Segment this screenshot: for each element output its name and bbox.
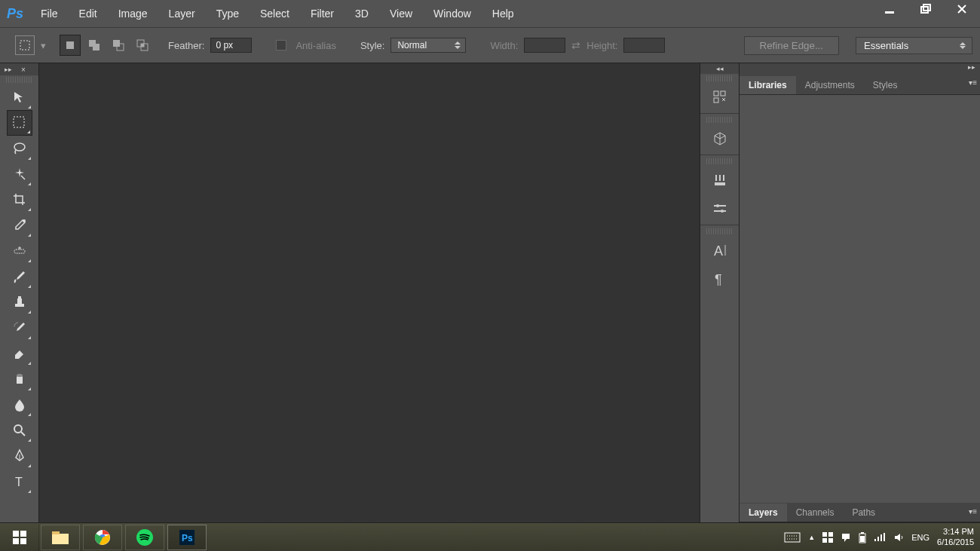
action-center-tray-icon[interactable]	[841, 532, 851, 543]
svg-rect-6	[93, 44, 100, 51]
menu-type[interactable]: Type	[206, 0, 250, 27]
tools-close-icon[interactable]: ×	[21, 66, 26, 74]
spotify-taskbar-icon[interactable]	[125, 525, 164, 550]
crop-tool[interactable]	[7, 187, 32, 213]
grip-icon[interactable]	[706, 75, 733, 81]
zoom-tool[interactable]	[7, 418, 32, 443]
history-panel-icon[interactable]	[706, 83, 734, 112]
magic-wand-tool[interactable]	[7, 161, 32, 187]
workspace-select[interactable]: Essentials	[856, 37, 972, 54]
wifi-tray-icon[interactable]	[874, 533, 886, 542]
chrome-taskbar-icon[interactable]	[83, 525, 122, 550]
type-tool[interactable]: T	[7, 469, 32, 494]
menu-file[interactable]: File	[30, 0, 69, 27]
libraries-panel-body[interactable]	[740, 95, 980, 503]
canvas-area[interactable]	[39, 63, 700, 522]
svg-rect-19	[18, 296, 21, 298]
windows-taskbar: Ps ▲ ENG 3:14 PM 6/16/2015	[0, 522, 980, 551]
blur-tool[interactable]	[7, 392, 32, 418]
svg-rect-38	[13, 538, 19, 544]
photoshop-taskbar-icon[interactable]: Ps	[167, 525, 207, 550]
dock-collapse-icon[interactable]: ◂◂	[700, 63, 739, 74]
svg-rect-55	[861, 532, 864, 534]
add-selection-button[interactable]	[84, 35, 105, 56]
menu-help[interactable]: Help	[482, 0, 525, 27]
current-tool-icon[interactable]	[15, 35, 35, 55]
svg-rect-17	[15, 304, 24, 307]
svg-rect-60	[884, 533, 885, 541]
tools-collapse-icon[interactable]: ▸▸	[5, 66, 12, 73]
adjustments-tab[interactable]: Adjustments	[796, 76, 864, 94]
window-restore-button[interactable]	[908, 0, 944, 18]
eyedropper-tool[interactable]	[7, 213, 32, 238]
lasso-tool[interactable]	[7, 136, 32, 161]
refine-edge-button[interactable]: Refine Edge...	[744, 36, 839, 55]
svg-rect-40	[52, 534, 69, 544]
height-input	[623, 38, 665, 53]
start-button[interactable]	[0, 524, 39, 551]
subtract-selection-button[interactable]	[108, 35, 129, 56]
clock[interactable]: 3:14 PM 6/16/2015	[937, 527, 974, 546]
language-indicator[interactable]: ENG	[911, 533, 929, 542]
feather-input[interactable]	[210, 38, 252, 53]
volume-tray-icon[interactable]	[893, 532, 904, 543]
intersect-selection-button[interactable]	[132, 35, 153, 56]
window-close-button[interactable]	[944, 0, 980, 18]
file-explorer-taskbar-icon[interactable]	[41, 525, 80, 550]
history-brush-tool[interactable]	[7, 315, 32, 341]
system-tray: ▲ ENG 3:14 PM 6/16/2015	[784, 527, 980, 546]
svg-text:T: T	[15, 476, 23, 488]
menu-window[interactable]: Window	[423, 0, 482, 27]
feather-label: Feather:	[168, 40, 204, 51]
svg-rect-50	[822, 532, 827, 537]
svg-point-32	[721, 210, 724, 213]
keyboard-tray-icon[interactable]	[784, 532, 801, 543]
brushes-panel-icon[interactable]	[706, 166, 734, 194]
brush-tool[interactable]	[7, 264, 32, 289]
paths-tab[interactable]: Paths	[843, 504, 884, 522]
window-minimize-button[interactable]	[871, 0, 908, 18]
windows-tray-icon[interactable]	[822, 532, 833, 543]
menu-layer[interactable]: Layer	[158, 0, 206, 27]
layers-tab[interactable]: Layers	[740, 504, 787, 522]
libraries-tab[interactable]: Libraries	[740, 76, 796, 94]
gradient-tool[interactable]	[7, 366, 32, 392]
style-select[interactable]: Normal	[390, 38, 466, 53]
pen-tool[interactable]	[7, 443, 32, 469]
paragraph-panel-icon[interactable]: ¶	[706, 265, 734, 293]
svg-rect-3	[20, 41, 29, 50]
svg-point-13	[14, 143, 25, 151]
panel-menu-icon[interactable]: ▾≡	[969, 507, 977, 516]
menu-3d[interactable]: 3D	[345, 0, 379, 27]
new-selection-button[interactable]	[60, 35, 81, 56]
app-logo-icon: Ps	[0, 0, 30, 27]
grip-icon[interactable]	[6, 77, 32, 83]
clone-stamp-tool[interactable]	[7, 289, 32, 315]
menu-view[interactable]: View	[379, 0, 423, 27]
panels-collapse-icon[interactable]: ▸▸	[740, 63, 980, 74]
eraser-tool[interactable]	[7, 341, 32, 366]
move-tool[interactable]	[7, 84, 32, 110]
svg-rect-37	[20, 531, 26, 537]
menu-edit[interactable]: Edit	[69, 0, 108, 27]
grip-icon[interactable]	[706, 228, 733, 234]
channels-tab[interactable]: Channels	[787, 504, 844, 522]
dropdown-arrow-icon[interactable]: ▾	[41, 40, 46, 51]
menu-filter[interactable]: Filter	[300, 0, 345, 27]
grip-icon[interactable]	[706, 117, 733, 123]
tray-overflow-icon[interactable]: ▲	[808, 534, 815, 541]
healing-brush-tool[interactable]	[7, 238, 32, 264]
svg-rect-52	[822, 538, 827, 543]
panel-menu-icon[interactable]: ▾≡	[969, 78, 977, 87]
3d-panel-icon[interactable]	[706, 124, 734, 153]
collapsed-panel-dock: ◂◂ A ¶	[700, 63, 739, 522]
styles-tab[interactable]: Styles	[864, 76, 907, 94]
marquee-tool[interactable]	[7, 110, 32, 136]
grip-icon[interactable]	[706, 158, 733, 164]
character-panel-icon[interactable]: A	[706, 236, 734, 265]
battery-tray-icon[interactable]	[859, 531, 866, 543]
menu-select[interactable]: Select	[250, 0, 300, 27]
brush-presets-panel-icon[interactable]	[706, 194, 734, 223]
menu-image[interactable]: Image	[108, 0, 158, 27]
svg-text:A: A	[714, 243, 723, 259]
